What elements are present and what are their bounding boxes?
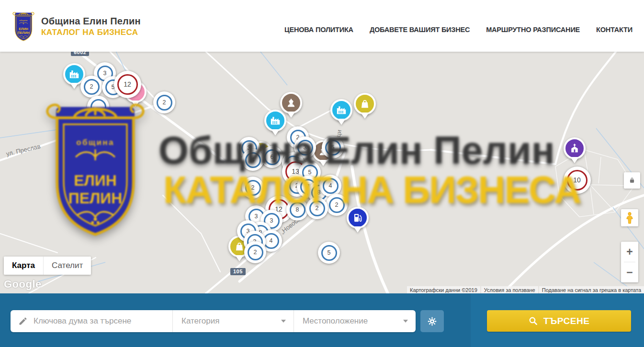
pin-tail (235, 255, 244, 261)
map-pin-bag[interactable] (354, 93, 376, 119)
watermark-crest (41, 101, 150, 243)
map-type-map-button[interactable]: Карта (4, 257, 43, 275)
site-title-block[interactable]: Община Елин Пелин КАТАЛОГ НА БИЗНЕСА (41, 16, 141, 37)
cluster-count: 12 (117, 74, 138, 95)
pin-tail (70, 83, 79, 89)
category-dropdown-label: Категория (181, 316, 219, 326)
location-dropdown[interactable]: Местоположение (294, 310, 416, 332)
cluster-count: 2 (248, 245, 263, 260)
search-icon (529, 316, 538, 325)
church-icon (568, 142, 581, 155)
map-type-satellite-button[interactable]: Сателит (43, 257, 91, 275)
lock-button[interactable] (624, 172, 640, 189)
zoom-control: + − (621, 242, 638, 282)
crest-icon (11, 11, 35, 43)
map-cluster-marker[interactable]: 2 (80, 76, 102, 98)
search-submit-button[interactable]: ТЪРСЕНЕ (487, 310, 631, 332)
cluster-count: 2 (84, 79, 100, 95)
category-dropdown[interactable]: Категория (172, 310, 294, 332)
watermark-subtitle: КАТАЛОГ НА БИЗНЕСА (163, 168, 580, 212)
pin-tail (361, 112, 369, 119)
nav-pricing[interactable]: ЦЕНОВА ПОЛИТИКА (284, 26, 353, 34)
factory-icon (68, 68, 80, 80)
attribution-terms-link[interactable]: Условия за ползване (481, 286, 538, 293)
watermark-title: Община Елин Пелин (158, 128, 555, 173)
fuel-icon (351, 212, 364, 224)
map-pin-factory[interactable] (330, 99, 352, 125)
pin-tail (337, 119, 346, 125)
attribution-copyright: Картографски данни ©2019 (407, 286, 480, 293)
worker-icon (285, 97, 297, 109)
pin-tail (353, 226, 362, 233)
pin-tail (287, 112, 295, 118)
gear-icon (427, 316, 437, 326)
search-bar: Категория Местоположение (0, 293, 644, 347)
location-dropdown-label: Местоположение (303, 316, 368, 326)
map-attribution: Картографски данни ©2019 Условия за полз… (407, 286, 644, 293)
road-number-label: 6002 (71, 52, 89, 56)
chevron-down-icon (403, 320, 408, 323)
pencil-icon (18, 316, 28, 326)
cluster-count: 5 (321, 245, 337, 261)
nav-contacts[interactable]: КОНТАКТИ (596, 26, 633, 34)
main-nav: ЦЕНОВА ПОЛИТИКА ДОБАВЕТЕ ВАШИЯТ БИЗНЕС М… (284, 26, 633, 34)
pegman-icon (624, 212, 635, 224)
site-subtitle: КАТАЛОГ НА БИЗНЕСА (41, 28, 141, 37)
map-pin-worker[interactable] (280, 92, 302, 118)
nav-route-schedule[interactable]: МАРШРУТНО РАЗПИСАНИЕ (486, 26, 580, 34)
map-canvas[interactable]: 6002105ул. Преславбул. „Новоселци 325122… (0, 52, 644, 293)
watermark-crest-icon (41, 101, 150, 243)
map-type-control: Карта Сателит (4, 257, 91, 275)
attribution-report-error-link[interactable]: Подаване на сигнал за грешка в картата (539, 286, 644, 293)
map-cluster-marker[interactable]: 2 (153, 91, 175, 113)
zoom-out-button[interactable]: − (621, 262, 638, 282)
advanced-settings-button[interactable] (420, 310, 444, 332)
nav-add-business[interactable]: ДОБАВЕТЕ ВАШИЯТ БИЗНЕС (370, 26, 470, 34)
site-header: Община Елин Пелин КАТАЛОГ НА БИЗНЕСА ЦЕН… (0, 0, 644, 52)
map-cluster-marker[interactable]: 12 (114, 71, 141, 98)
chevron-down-icon (281, 320, 286, 323)
pin-tail (570, 157, 579, 163)
municipality-crest-logo[interactable] (11, 11, 35, 43)
search-fields-group: Категория Местоположение (11, 310, 416, 332)
keyword-field (11, 310, 172, 332)
lock-icon (629, 177, 635, 184)
search-submit-label: ТЪРСЕНЕ (543, 316, 590, 326)
google-logo[interactable]: Google (4, 278, 42, 291)
bag-icon (359, 98, 371, 110)
map-cluster-marker[interactable]: 2 (244, 241, 266, 263)
zoom-in-button[interactable]: + (621, 242, 638, 262)
map-pin-church[interactable] (564, 137, 586, 163)
road-number-label: 105 (230, 268, 246, 275)
cluster-count: 2 (157, 95, 172, 111)
keyword-search-input[interactable] (34, 316, 166, 326)
map-cluster-marker[interactable]: 5 (318, 242, 340, 264)
street-view-pegman[interactable] (621, 209, 638, 226)
factory-icon (335, 104, 348, 116)
site-title: Община Елин Пелин (41, 16, 141, 27)
